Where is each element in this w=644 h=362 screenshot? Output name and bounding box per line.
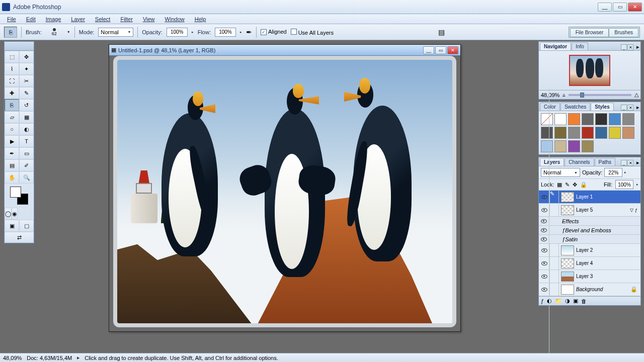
lock-transparency-icon[interactable]: ▦ [557,182,562,188]
doc-minimize[interactable]: __ [423,46,434,54]
new-layer-icon[interactable]: ▣ [573,298,578,304]
healing-tool[interactable]: ✚ [5,87,19,99]
style-swatch[interactable] [568,113,580,125]
pen-tool[interactable]: ✒ [5,147,19,159]
slice-tool[interactable]: ✂ [19,75,34,87]
flow-input[interactable] [215,28,236,37]
menu-filter[interactable]: Filter [116,15,136,23]
document-titlebar[interactable]: ▦ Untitled-1.psd @ 48,1% (Layer 1, RGB) … [109,45,460,56]
fill-input[interactable] [615,180,633,189]
style-swatch[interactable] [582,113,594,125]
canvas[interactable] [113,56,456,327]
status-doc[interactable]: Doc: 4,63M/15,4M [27,355,72,361]
tab-info[interactable]: Info [572,42,588,50]
style-swatch[interactable] [554,140,567,152]
jump-to-imageready[interactable]: ⇄ [5,232,34,243]
style-swatch[interactable] [622,127,634,139]
menu-select[interactable]: Select [91,15,115,23]
layer-row[interactable]: Layer 3 [539,270,640,283]
panel-menu-icon[interactable]: ▸ [636,104,639,111]
navigator-thumbnail[interactable] [569,55,610,86]
panel-min-icon[interactable]: _ [621,160,627,166]
link-icon[interactable]: ✎ [550,191,559,203]
tab-paths[interactable]: Paths [595,158,616,166]
quickmask-mode[interactable]: ◉ [12,208,18,220]
dodge-tool[interactable]: ◐ [19,123,34,135]
style-swatch[interactable] [554,127,567,139]
notes-tool[interactable]: ▤ [5,159,19,171]
layer-thumb[interactable] [561,245,574,255]
crop-tool[interactable]: ⛶ [5,75,19,87]
tab-styles[interactable]: Styles [591,103,613,111]
panel-menu-icon[interactable]: ▸ [636,159,639,166]
layer-row[interactable]: Layer 4 [539,257,640,270]
foreground-color[interactable] [10,187,21,198]
panel-min-icon[interactable]: _ [621,44,627,50]
tab-swatches[interactable]: Swatches [560,103,590,111]
shape-tool[interactable]: ▭ [19,147,34,159]
menu-edit[interactable]: Edit [22,15,40,23]
menu-layer[interactable]: Layer [67,15,89,23]
style-swatch[interactable] [622,113,634,125]
toolbox-header[interactable] [5,42,34,51]
close-button[interactable]: ✕ [628,3,642,12]
minimize-button[interactable]: __ [598,3,612,12]
tab-file-browser[interactable]: File Browser [570,28,609,37]
flow-arrow[interactable]: ▸ [240,30,242,34]
standard-mode[interactable]: ◯ [5,208,12,220]
style-swatch[interactable] [582,127,594,139]
brush-tool[interactable]: ✎ [19,87,34,99]
zoom-in-icon[interactable]: △ [634,92,638,98]
layer-row[interactable]: Layer 5 ▽ ƒ [539,204,640,217]
airbrush-icon[interactable]: ✒ [246,28,252,36]
layer-opacity-input[interactable] [604,168,622,177]
opacity-arrow[interactable]: ▸ [192,30,194,34]
status-zoom[interactable]: 48,09% [3,355,22,361]
zoom-slider[interactable] [569,94,631,96]
effect-item[interactable]: ƒ Satin [539,235,640,244]
gradient-tool[interactable]: ▦ [19,111,34,123]
panel-close-icon[interactable]: ✕ [627,44,633,50]
panel-close-icon[interactable]: ✕ [627,105,633,111]
opacity-input[interactable] [167,28,188,37]
style-swatch[interactable] [595,127,607,139]
menu-window[interactable]: Window [161,15,189,23]
style-swatch[interactable] [568,140,580,152]
move-tool[interactable]: ✥ [19,51,34,63]
layer-thumb[interactable] [561,272,574,282]
blend-mode-select[interactable]: Normal▼ [98,28,133,37]
adjustment-icon[interactable]: ◑ [565,298,570,304]
doc-close[interactable]: ✕ [447,46,458,54]
effect-item[interactable]: ƒ Bevel and Emboss [539,226,640,235]
menu-image[interactable]: Image [42,15,65,23]
wand-tool[interactable]: ✦ [19,63,34,75]
style-swatch[interactable] [609,127,621,139]
brush-picker-arrow[interactable]: ▼ [67,30,70,34]
menu-help[interactable]: Help [191,15,210,23]
style-swatch[interactable] [595,113,607,125]
effects-row[interactable]: Effects [539,217,640,226]
status-menu-arrow[interactable]: ▶ [77,356,79,360]
panel-min-icon[interactable]: _ [621,105,627,111]
marquee-tool[interactable]: ⬚ [5,51,19,63]
lock-move-icon[interactable]: ✥ [573,182,577,188]
type-tool[interactable]: T [19,135,34,147]
lock-all-icon[interactable]: 🔒 [580,182,587,188]
layer-thumb[interactable] [561,258,574,268]
blur-tool[interactable]: ○ [5,123,19,135]
layer-row[interactable]: Background 🔒 [539,283,640,296]
zoom-tool[interactable]: 🔍 [19,171,34,184]
layer-thumb[interactable] [561,205,574,215]
style-swatch[interactable] [609,113,621,125]
style-swatch[interactable] [582,140,594,152]
tab-navigator[interactable]: Navigator [540,42,571,50]
eraser-tool[interactable]: ▱ [5,111,19,123]
panel-close-icon[interactable]: ✕ [627,160,633,166]
layer-row[interactable]: ✎ Layer 1 [539,191,640,204]
lock-paint-icon[interactable]: ✎ [565,182,570,188]
tab-brushes[interactable]: Brushes [609,28,638,37]
aligned-checkbox[interactable]: Aligned [261,29,287,35]
brush-preset[interactable]: 62 [46,28,63,36]
tab-channels[interactable]: Channels [565,158,594,166]
history-brush-tool[interactable]: ↺ [19,99,34,111]
